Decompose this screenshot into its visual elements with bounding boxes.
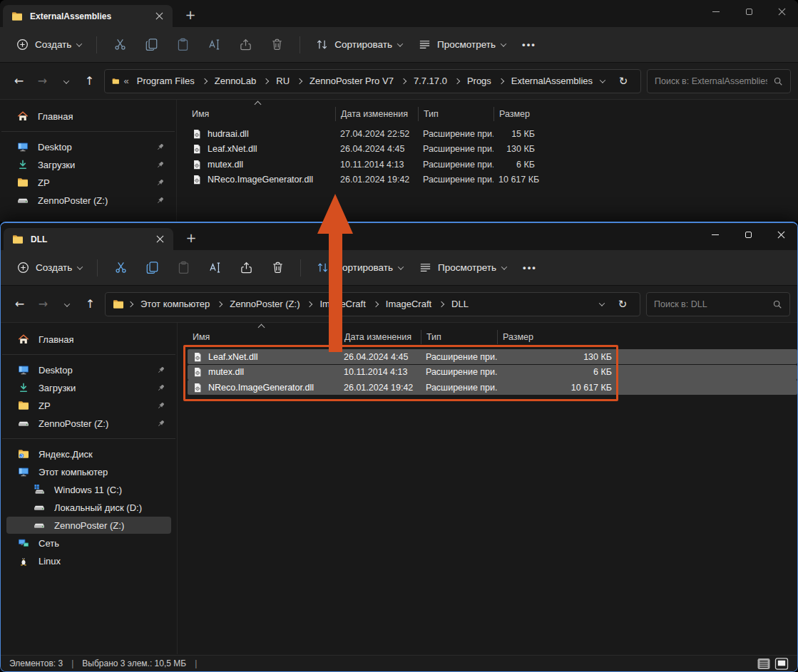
new-tab-button[interactable] — [180, 228, 202, 248]
paste-button[interactable] — [168, 33, 198, 57]
cut-button[interactable] — [106, 256, 135, 280]
sidebar-item-downloads[interactable]: Загрузки — [6, 379, 171, 396]
chevron-right-icon[interactable] — [498, 78, 504, 83]
tab-externalassemblies[interactable]: ExternalAssemblies — [3, 5, 173, 27]
sidebar-item-zennoposter-z-selected[interactable]: ZennoPoster (Z:) — [6, 517, 171, 534]
column-header-type[interactable]: Тип — [418, 107, 493, 121]
sidebar-item-yandex-disk[interactable]: Яндекс.Диск — [6, 445, 171, 462]
chevron-right-icon[interactable] — [297, 78, 302, 83]
details-view-button[interactable] — [757, 658, 771, 670]
sidebar-item-linux[interactable]: Linux — [6, 552, 171, 569]
breadcrumb-item[interactable]: DLL — [448, 299, 472, 309]
breadcrumb-item[interactable]: Этот компьютер — [137, 299, 213, 309]
sidebar-item-desktop[interactable]: Desktop — [6, 361, 171, 378]
share-button[interactable] — [231, 256, 261, 280]
sidebar-item-home[interactable]: Главная — [6, 331, 171, 348]
breadcrumb-item[interactable]: ZennoPoster (Z:) — [226, 299, 303, 309]
back-button[interactable] — [7, 70, 31, 93]
column-header-type[interactable]: Тип — [421, 330, 497, 344]
copy-button[interactable] — [136, 33, 166, 57]
sidebar-item-windows-c[interactable]: Windows 11 (C:) — [6, 481, 171, 498]
address-bar[interactable]: Этот компьютер ZennoPoster (Z:) ImageCra… — [105, 292, 640, 316]
file-row[interactable]: Leaf.xNet.dll 26.04.2024 4:45 Расширение… — [187, 142, 798, 157]
address-dropdown-icon[interactable] — [600, 77, 605, 83]
column-header-size[interactable]: Размер — [493, 107, 541, 121]
search-box[interactable] — [646, 292, 790, 316]
sidebar-item-zp[interactable]: ZP — [6, 174, 170, 191]
chevron-right-icon[interactable] — [373, 301, 379, 306]
tab-close-icon[interactable] — [150, 232, 169, 247]
close-button[interactable] — [764, 223, 797, 246]
sidebar-item-network[interactable]: Сеть — [6, 534, 171, 552]
sidebar-item-local-disk-d[interactable]: Локальный диск (D:) — [6, 499, 171, 516]
minimize-button[interactable] — [699, 223, 732, 246]
back-button[interactable] — [8, 293, 31, 316]
breadcrumb-item[interactable]: ImageCraft — [382, 299, 435, 309]
chevron-right-icon[interactable] — [307, 301, 312, 306]
sidebar-item-zennoposter-drive[interactable]: ZennoPoster (Z:) — [6, 192, 170, 209]
chevron-right-icon[interactable] — [454, 78, 460, 83]
search-box[interactable] — [647, 69, 791, 93]
breadcrumb-item[interactable]: Program Files — [133, 76, 198, 86]
breadcrumb-item[interactable]: ZennoLab — [211, 76, 260, 86]
column-header-date[interactable]: Дата изменения — [335, 107, 418, 121]
sidebar-item-downloads[interactable]: Загрузки — [6, 156, 170, 173]
sidebar-item-desktop[interactable]: Desktop — [6, 138, 170, 155]
copy-button[interactable] — [137, 256, 167, 280]
sidebar-item-zp[interactable]: ZP — [6, 397, 171, 414]
breadcrumb-item[interactable]: ExternalAssemblies — [508, 76, 596, 86]
column-header-name[interactable]: Имя — [187, 107, 335, 121]
file-row[interactable]: mutex.dll 10.11.2014 4:13 Расширение при… — [187, 157, 798, 172]
sort-button[interactable]: Сортировать — [308, 33, 409, 57]
share-button[interactable] — [230, 33, 260, 57]
recent-locations-button[interactable] — [54, 70, 78, 93]
sidebar-item-zennoposter-drive[interactable]: ZennoPoster (Z:) — [6, 415, 171, 432]
address-bar[interactable]: Program Files ZennoLab RU ZennoPoster Pr… — [104, 69, 641, 93]
tab-close-icon[interactable] — [150, 9, 168, 24]
column-header-size[interactable]: Размер — [497, 330, 618, 344]
file-row[interactable]: NReco.ImageGenerator.dll 26.01.2024 19:4… — [187, 172, 798, 187]
chevron-right-icon[interactable] — [439, 301, 444, 306]
rename-button[interactable] — [200, 256, 230, 280]
search-input[interactable] — [654, 299, 767, 309]
paste-button[interactable] — [168, 256, 198, 280]
delete-button[interactable] — [262, 256, 292, 280]
breadcrumb-item[interactable]: RU — [272, 76, 293, 86]
new-tab-button[interactable] — [180, 5, 201, 25]
breadcrumb-item[interactable]: ZennoPoster Pro V7 — [306, 76, 397, 86]
create-button[interactable]: Создать — [9, 256, 89, 280]
view-button[interactable]: Просмотреть — [411, 256, 513, 280]
file-row[interactable]: hudraai.dll 27.04.2024 22:52 Расширение … — [187, 126, 798, 141]
forward-button[interactable] — [31, 293, 55, 316]
up-button[interactable] — [78, 70, 101, 93]
chevron-right-icon[interactable] — [217, 301, 222, 306]
sidebar-item-this-pc[interactable]: Этот компьютер — [6, 463, 171, 480]
tab-dll[interactable]: DLL — [4, 228, 173, 250]
forward-button[interactable] — [31, 70, 54, 93]
address-dropdown-icon[interactable] — [599, 300, 605, 306]
cut-button[interactable] — [105, 33, 135, 57]
sidebar-item-home[interactable]: Главная — [6, 108, 170, 125]
breadcrumb-item[interactable]: Progs — [464, 76, 495, 86]
view-button[interactable]: Просмотреть — [411, 33, 513, 57]
refresh-icon[interactable] — [614, 296, 631, 313]
chevron-right-icon[interactable] — [128, 301, 133, 306]
see-more-button[interactable] — [515, 256, 545, 280]
up-button[interactable] — [78, 293, 102, 316]
maximize-button[interactable] — [732, 0, 765, 23]
large-icons-view-button[interactable] — [774, 658, 789, 670]
create-button[interactable]: Создать — [9, 33, 88, 57]
minimize-button[interactable] — [700, 0, 732, 23]
search-input[interactable] — [655, 76, 767, 86]
delete-button[interactable] — [262, 33, 292, 57]
see-more-button[interactable] — [514, 33, 544, 57]
breadcrumb-item[interactable]: 7.7.17.0 — [410, 76, 451, 86]
close-button[interactable] — [765, 0, 798, 23]
refresh-icon[interactable] — [615, 73, 632, 90]
chevron-right-icon[interactable] — [263, 78, 269, 83]
rename-button[interactable] — [199, 33, 229, 57]
maximize-button[interactable] — [732, 223, 764, 246]
chevron-right-icon[interactable] — [401, 78, 406, 83]
recent-locations-button[interactable] — [55, 293, 78, 316]
chevron-right-icon[interactable] — [201, 78, 207, 83]
